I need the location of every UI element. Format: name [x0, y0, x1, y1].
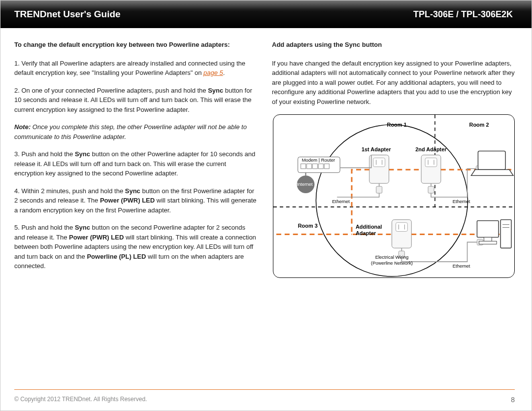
room3-label: Room 3: [298, 223, 318, 229]
adapter-1-icon: [369, 155, 389, 183]
first-adapter-label: 1st Adapter: [362, 146, 391, 152]
modem-label: Modem | Router: [302, 157, 335, 163]
right-column: Add adapters using the Sync button If yo…: [272, 40, 515, 279]
room2-label: Room 2: [469, 122, 489, 128]
svg-rect-24: [428, 186, 434, 193]
guide-title: TRENDnet User's Guide: [14, 9, 121, 20]
svg-rect-30: [484, 237, 492, 241]
left-column: To change the default encryption key bet…: [14, 40, 257, 279]
header-bar: TRENDnet User's Guide TPL-306E / TPL-306…: [0, 0, 532, 28]
adapter-2-icon: [421, 155, 441, 183]
step-1: 1. Verify that all Powerline adapters ar…: [14, 59, 257, 78]
ethernet-label-2: Ethernet: [453, 199, 470, 204]
svg-rect-29: [477, 221, 499, 238]
document-page: TRENDnet User's Guide TPL-306E / TPL-306…: [0, 0, 532, 411]
wiring-label-1: Electrical Wiring: [375, 254, 409, 260]
svg-rect-20: [396, 223, 407, 232]
ethernet-label-3: Ethernet: [453, 263, 470, 269]
network-diagram: Room 1 Room 2 Room 3 1st Adapter 2nd Ada…: [273, 114, 515, 278]
second-adapter-label: 2nd Adapter: [415, 146, 447, 152]
step-2: 2. On one of your connected Powerline ad…: [14, 86, 257, 115]
svg-rect-31: [479, 241, 497, 244]
svg-rect-16: [425, 158, 437, 167]
step-5: 5. Push and hold the Sync button on the …: [14, 223, 257, 271]
additional-label-2: Adapter: [356, 230, 376, 236]
right-heading: Add adapters using the Sync button: [272, 40, 515, 50]
diagram-svg: Room 1 Room 2 Room 3 1st Adapter 2nd Ada…: [273, 115, 514, 277]
ethernet-label-1: Ethernet: [332, 199, 350, 204]
footer: © Copyright 2012 TRENDnet. All Rights Re…: [14, 396, 515, 404]
additional-adapter-icon: [392, 220, 412, 248]
laptop-icon: [471, 151, 513, 176]
svg-rect-23: [376, 186, 382, 193]
page-5-link[interactable]: page 5: [203, 69, 223, 76]
footer-rule: [14, 389, 515, 390]
step-3: 3. Push and hold the Sync button on the …: [14, 149, 257, 178]
note-text: Note: Once you complete this step, the o…: [14, 122, 257, 141]
left-heading: To change the default encryption key bet…: [14, 40, 257, 50]
svg-rect-12: [373, 158, 385, 167]
desktop-icon: [477, 220, 511, 248]
wiring-label-2: (Powerline Network): [371, 260, 413, 266]
copyright-text: © Copyright 2012 TRENDnet. All Rights Re…: [14, 396, 147, 404]
model-number: TPL-306E / TPL-306E2K: [413, 9, 513, 20]
page-number: 8: [511, 396, 515, 404]
right-intro: If you have changed the default encrypti…: [272, 59, 515, 107]
additional-label-1: Additional: [356, 224, 382, 230]
internet-label: Internet: [297, 181, 313, 187]
svg-rect-28: [478, 151, 505, 170]
body-columns: To change the default encryption key bet…: [0, 28, 532, 279]
svg-rect-32: [500, 220, 511, 248]
step-4: 4. Within 2 minutes, push and hold the S…: [14, 186, 257, 215]
